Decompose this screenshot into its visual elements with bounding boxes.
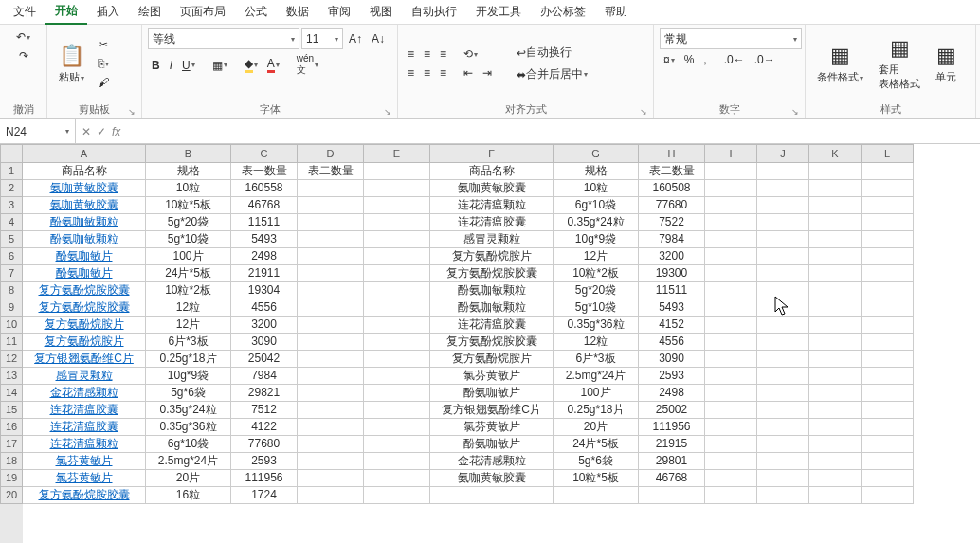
cell[interactable]: 3090 — [231, 334, 298, 351]
cell[interactable]: 12片 — [554, 248, 639, 265]
col-header-F[interactable]: F — [430, 144, 554, 163]
cell[interactable] — [705, 265, 757, 282]
formula-input[interactable] — [126, 124, 974, 138]
row-header[interactable]: 2 — [0, 180, 23, 197]
cell[interactable] — [757, 368, 809, 385]
cell[interactable]: 4152 — [639, 317, 705, 334]
cell[interactable] — [705, 453, 757, 470]
cell[interactable] — [862, 180, 914, 197]
cell[interactable]: 酚氨咖敏片 — [23, 265, 146, 282]
cell[interactable] — [364, 385, 430, 402]
cell[interactable]: 24片*5板 — [554, 436, 639, 453]
cell[interactable] — [364, 334, 430, 351]
cell[interactable] — [298, 419, 364, 436]
cell[interactable] — [364, 419, 430, 436]
cell[interactable] — [364, 180, 430, 197]
decrease-indent-button[interactable]: ⇤ — [460, 64, 477, 81]
font-size-combo[interactable]: 11▾ — [301, 28, 343, 49]
cell[interactable]: 2.5mg*24片 — [554, 368, 639, 385]
format-painter-button[interactable]: 🖌 — [94, 74, 113, 91]
cell[interactable] — [862, 368, 914, 385]
cell[interactable]: 12粒 — [146, 299, 231, 317]
cell[interactable] — [757, 385, 809, 402]
cell[interactable]: 0.25g*18片 — [554, 402, 639, 419]
cell[interactable]: 1724 — [231, 487, 298, 504]
cell[interactable] — [757, 282, 809, 299]
cell[interactable]: 2.5mg*24片 — [146, 453, 231, 470]
cell[interactable]: 感冒灵颗粒 — [23, 368, 146, 385]
cell[interactable]: 10g*9袋 — [146, 368, 231, 385]
menu-开始[interactable]: 开始 — [45, 0, 87, 25]
cell[interactable] — [298, 487, 364, 504]
cell[interactable]: 5g*20袋 — [554, 282, 639, 299]
cell[interactable]: 表二数量 — [639, 163, 705, 180]
cell[interactable]: 金花清感颗粒 — [430, 453, 554, 470]
cell[interactable] — [705, 163, 757, 180]
cell[interactable]: 29821 — [231, 385, 298, 402]
cell[interactable]: 21911 — [231, 265, 298, 282]
cell[interactable] — [298, 317, 364, 334]
cell[interactable] — [809, 351, 862, 368]
cell[interactable]: 10粒*5板 — [146, 197, 231, 214]
cell[interactable] — [298, 453, 364, 470]
cell[interactable]: 24片*5板 — [146, 265, 231, 282]
cell[interactable] — [862, 334, 914, 351]
row-header[interactable]: 19 — [0, 470, 23, 487]
row-header[interactable]: 18 — [0, 453, 23, 470]
cell[interactable]: 复方氨酚烷胺胶囊 — [23, 299, 146, 317]
cell[interactable] — [298, 402, 364, 419]
cell[interactable] — [364, 436, 430, 453]
cell[interactable]: 10粒 — [554, 180, 639, 197]
cell[interactable] — [364, 282, 430, 299]
cell[interactable]: 复方氨酚烷胺片 — [430, 248, 554, 265]
col-header-E[interactable]: E — [364, 144, 430, 163]
cell[interactable] — [809, 180, 862, 197]
cell[interactable] — [862, 487, 914, 504]
cell[interactable] — [364, 197, 430, 214]
borders-button[interactable]: ▦▾ — [209, 57, 231, 74]
cell[interactable]: 4556 — [231, 299, 298, 317]
cell[interactable] — [705, 248, 757, 265]
cell[interactable] — [809, 317, 862, 334]
clipboard-launcher[interactable]: ↘ — [128, 107, 136, 117]
cell[interactable] — [705, 317, 757, 334]
menu-审阅[interactable]: 审阅 — [318, 0, 360, 24]
menu-帮助[interactable]: 帮助 — [595, 0, 637, 24]
cell[interactable]: 酚氨咖敏片 — [23, 248, 146, 265]
cell[interactable]: 20片 — [146, 470, 231, 487]
cell[interactable]: 2498 — [639, 385, 705, 402]
col-header-G[interactable]: G — [554, 144, 639, 163]
conditional-format-button[interactable]: ▦ 条件格式▾ — [811, 40, 869, 88]
cell[interactable] — [705, 487, 757, 504]
cell[interactable]: 29801 — [639, 453, 705, 470]
cancel-formula-icon[interactable]: ✕ — [82, 125, 91, 138]
decrease-decimal-button[interactable]: .0→ — [751, 51, 779, 68]
cell[interactable]: 160558 — [231, 180, 298, 197]
cell[interactable] — [757, 248, 809, 265]
cell[interactable]: 复方氨酚烷胺胶囊 — [430, 265, 554, 282]
cell[interactable]: 酚氨咖敏颗粒 — [23, 231, 146, 248]
cell[interactable]: 酚氨咖敏颗粒 — [430, 282, 554, 299]
cell[interactable] — [705, 402, 757, 419]
cell[interactable] — [705, 385, 757, 402]
cell[interactable]: 连花清瘟颗粒 — [23, 436, 146, 453]
cell[interactable]: 规格 — [554, 163, 639, 180]
cell[interactable] — [298, 368, 364, 385]
cell[interactable]: 2593 — [639, 368, 705, 385]
cell[interactable] — [809, 282, 862, 299]
cell[interactable]: 复方氨酚烷胺片 — [23, 334, 146, 351]
cell[interactable] — [862, 453, 914, 470]
menu-插入[interactable]: 插入 — [87, 0, 129, 24]
cell[interactable]: 11511 — [639, 282, 705, 299]
cell[interactable] — [809, 470, 862, 487]
cell[interactable]: 12片 — [146, 317, 231, 334]
cell[interactable]: 10粒 — [146, 180, 231, 197]
cell[interactable]: 0.35g*24粒 — [146, 402, 231, 419]
cell[interactable] — [862, 214, 914, 231]
phonetic-button[interactable]: wén文▾ — [293, 51, 322, 79]
cell[interactable] — [298, 248, 364, 265]
merge-center-button[interactable]: ⬌ 合并后居中▾ — [513, 64, 617, 84]
cell[interactable] — [809, 419, 862, 436]
row-header[interactable]: 14 — [0, 385, 23, 402]
cell[interactable] — [705, 334, 757, 351]
